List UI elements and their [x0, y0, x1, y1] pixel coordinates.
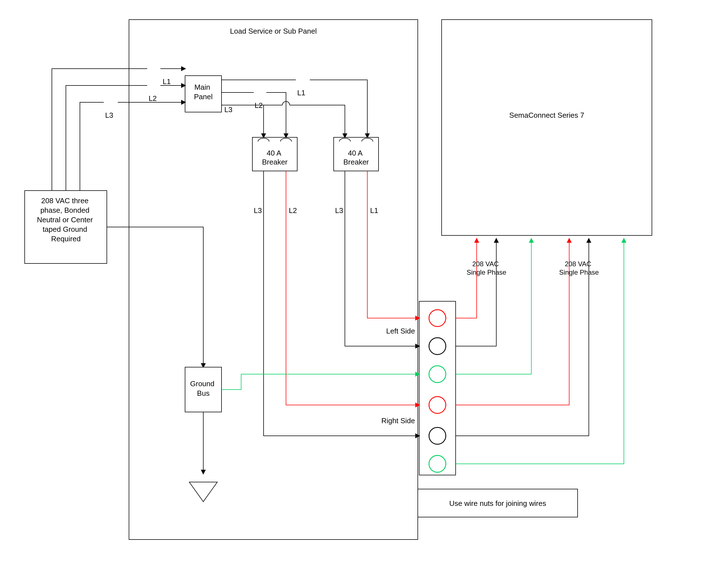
label-bl-L2: L2 [289, 206, 297, 215]
charger-box [442, 20, 652, 235]
left-side-label: Left Side [386, 327, 415, 335]
label-br-L3: L3 [335, 206, 343, 215]
junction-box [419, 301, 456, 475]
charger-label: SemaConnect Series 7 [509, 111, 584, 119]
sub-panel-box [129, 20, 418, 540]
wire-nut3-charger [456, 239, 531, 374]
label-L1-out: L1 [297, 88, 305, 97]
wire-nut1-charger [456, 239, 477, 318]
phase-left: 208 VAC Single Phase [467, 260, 506, 276]
label-br-L1: L1 [370, 206, 378, 215]
wire-nut2-charger [456, 239, 496, 346]
label-L1-in: L1 [163, 77, 171, 86]
label-L3-in: L3 [105, 111, 113, 119]
note-text: Use wire nuts for joining wires [449, 499, 546, 508]
right-side-label: Right Side [381, 417, 415, 425]
phase-right: 208 VAC Single Phase [559, 260, 599, 276]
label-bl-L3: L3 [254, 206, 262, 215]
label-L3-out: L3 [224, 105, 232, 114]
panel-title: Load Service or Sub Panel [230, 27, 316, 35]
label-L2-in: L2 [149, 94, 157, 103]
wiring-diagram: Load Service or Sub Panel 208 VAC three … [0, 0, 715, 588]
